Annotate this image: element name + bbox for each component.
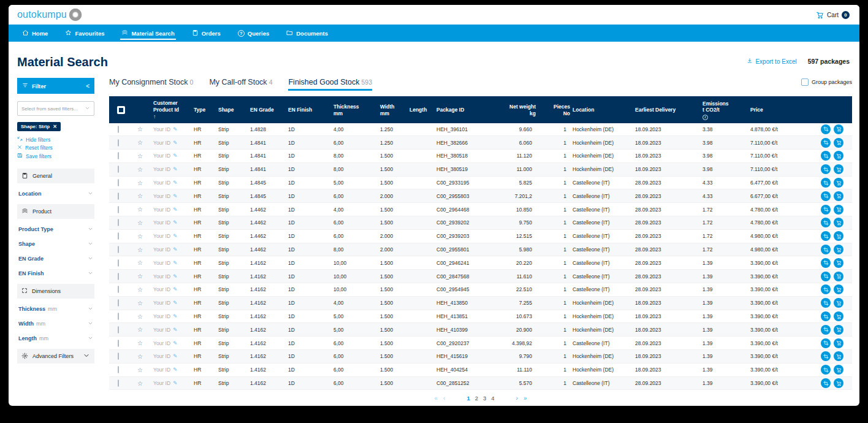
- nav-item-material-search[interactable]: Material Search: [114, 25, 181, 42]
- first-page-button[interactable]: «: [435, 395, 438, 402]
- page-number-1[interactable]: 1: [466, 395, 470, 402]
- favourite-star-icon[interactable]: ☆: [137, 300, 143, 307]
- col-emissions[interactable]: Emissions t CO2/t i: [702, 101, 750, 120]
- favourite-star-icon[interactable]: ☆: [137, 313, 143, 320]
- col-pieces[interactable]: PiecesNo: [538, 104, 573, 116]
- favourite-star-icon[interactable]: ☆: [137, 340, 143, 346]
- split-package-button[interactable]: [821, 338, 831, 348]
- favourite-star-icon[interactable]: ☆: [137, 153, 143, 159]
- sidebar-section-dimensions[interactable]: Dimensions: [17, 284, 94, 299]
- export-to-excel-button[interactable]: Export to Excel: [747, 58, 796, 65]
- tab-my-call-off-stock[interactable]: My Call-off Stock4: [209, 78, 272, 91]
- add-to-cart-button[interactable]: [834, 325, 843, 335]
- split-package-button[interactable]: [821, 272, 831, 281]
- group-packages-toggle[interactable]: Group packages: [801, 78, 852, 86]
- select-all-checkbox[interactable]: [117, 106, 125, 114]
- split-package-button[interactable]: [821, 124, 831, 134]
- add-to-cart-button[interactable]: [834, 151, 843, 161]
- group-packages-checkbox[interactable]: [801, 78, 809, 86]
- row-checkbox[interactable]: [118, 299, 119, 307]
- page-number-3[interactable]: 3: [483, 395, 486, 402]
- add-to-cart-button[interactable]: [834, 378, 843, 388]
- add-to-cart-button[interactable]: [834, 245, 843, 254]
- row-checkbox[interactable]: [118, 232, 119, 240]
- edit-customer-id-icon[interactable]: ✎: [173, 153, 178, 159]
- edit-customer-id-icon[interactable]: ✎: [173, 126, 178, 132]
- favourite-star-icon[interactable]: ☆: [137, 246, 143, 253]
- edit-customer-id-icon[interactable]: ✎: [173, 327, 178, 333]
- collapse-sidebar-icon[interactable]: <: [86, 83, 89, 90]
- edit-customer-id-icon[interactable]: ✎: [173, 340, 178, 346]
- split-package-button[interactable]: [821, 178, 831, 188]
- split-package-button[interactable]: [821, 298, 831, 308]
- row-checkbox[interactable]: [118, 219, 119, 226]
- split-package-button[interactable]: [821, 151, 831, 161]
- sidebar-filter-shape[interactable]: Shape: [17, 237, 94, 251]
- favourite-star-icon[interactable]: ☆: [137, 206, 143, 213]
- edit-customer-id-icon[interactable]: ✎: [173, 273, 178, 280]
- col-length[interactable]: Length: [409, 107, 436, 113]
- cart-button[interactable]: Cart 0: [816, 11, 850, 19]
- sidebar-filter-product-type[interactable]: Product Type: [17, 222, 94, 237]
- favourite-star-icon[interactable]: ☆: [137, 139, 143, 146]
- sidebar-filter-thickness[interactable]: Thicknessmm: [17, 302, 94, 316]
- add-to-cart-button[interactable]: [834, 124, 843, 134]
- edit-customer-id-icon[interactable]: ✎: [173, 180, 178, 186]
- col-en-finish[interactable]: EN Finish: [288, 107, 333, 113]
- row-checkbox[interactable]: [118, 179, 119, 186]
- row-checkbox[interactable]: [118, 192, 119, 200]
- hide-filters-link[interactable]: Hide filters: [17, 136, 94, 143]
- split-package-button[interactable]: [821, 138, 831, 148]
- col-thickness[interactable]: Thicknessmm: [333, 104, 380, 116]
- row-checkbox[interactable]: [118, 126, 119, 133]
- split-package-button[interactable]: [821, 218, 831, 227]
- col-earliest-delivery[interactable]: Earliest Delivery: [635, 107, 702, 113]
- last-page-button[interactable]: »: [523, 395, 527, 402]
- edit-customer-id-icon[interactable]: ✎: [173, 260, 178, 266]
- add-to-cart-button[interactable]: [834, 258, 843, 268]
- col-location[interactable]: Location: [573, 107, 635, 113]
- page-number-4[interactable]: 4: [491, 395, 494, 402]
- row-checkbox[interactable]: [118, 286, 119, 293]
- add-to-cart-button[interactable]: [834, 164, 843, 174]
- add-to-cart-button[interactable]: [834, 284, 843, 294]
- next-page-button[interactable]: ›: [516, 395, 518, 402]
- row-checkbox[interactable]: [118, 273, 119, 280]
- row-checkbox[interactable]: [118, 139, 119, 147]
- edit-customer-id-icon[interactable]: ✎: [173, 233, 178, 239]
- sort-ascending-icon[interactable]: ↑: [153, 113, 191, 120]
- remove-filter-icon[interactable]: ✕: [53, 124, 57, 129]
- edit-customer-id-icon[interactable]: ✎: [173, 380, 178, 386]
- row-checkbox[interactable]: [118, 313, 119, 320]
- split-package-button[interactable]: [821, 231, 831, 241]
- nav-item-queries[interactable]: ? Queries: [230, 25, 276, 42]
- prev-page-button[interactable]: ‹: [443, 395, 445, 402]
- add-to-cart-button[interactable]: [834, 178, 843, 188]
- favourite-star-icon[interactable]: ☆: [137, 380, 143, 387]
- favourite-star-icon[interactable]: ☆: [137, 219, 143, 226]
- edit-customer-id-icon[interactable]: ✎: [173, 140, 178, 146]
- outokumpu-logo[interactable]: outokumpu: [17, 9, 82, 21]
- split-package-button[interactable]: [821, 311, 831, 321]
- row-checkbox[interactable]: [118, 340, 119, 347]
- row-checkbox[interactable]: [118, 246, 119, 253]
- reset-filters-link[interactable]: Reset filters: [17, 145, 94, 151]
- split-package-button[interactable]: [821, 205, 831, 215]
- split-package-button[interactable]: [821, 365, 831, 375]
- sidebar-filter-en-finish[interactable]: EN Finish: [17, 266, 94, 281]
- col-customer-product-id[interactable]: Customer Product Id ↑: [153, 100, 194, 121]
- edit-customer-id-icon[interactable]: ✎: [173, 353, 178, 359]
- row-checkbox[interactable]: [118, 206, 119, 213]
- row-checkbox[interactable]: [118, 326, 119, 333]
- row-checkbox[interactable]: [118, 379, 119, 387]
- split-package-button[interactable]: [821, 351, 831, 361]
- tab-finished-good-stock[interactable]: Finished Good Stock593: [288, 78, 372, 91]
- sidebar-filter-location[interactable]: Location: [17, 186, 94, 201]
- row-checkbox[interactable]: [118, 366, 119, 373]
- col-width[interactable]: Widthmm: [380, 104, 409, 116]
- sidebar-filter-en-grade[interactable]: EN Grade: [17, 251, 94, 266]
- save-filters-link[interactable]: Save filters: [17, 153, 94, 159]
- edit-customer-id-icon[interactable]: ✎: [173, 166, 178, 172]
- nav-item-documents[interactable]: Documents: [279, 25, 335, 42]
- add-to-cart-button[interactable]: [834, 351, 843, 361]
